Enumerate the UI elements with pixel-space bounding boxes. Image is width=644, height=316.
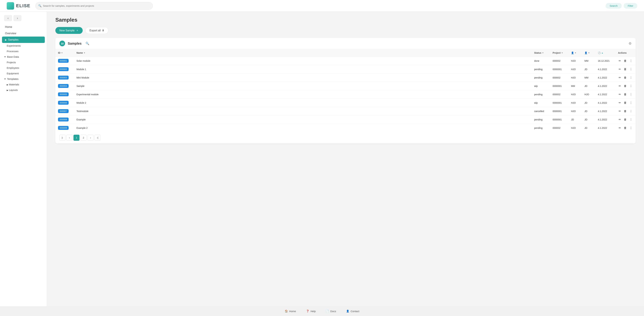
id-badge[interactable]: 000002 <box>58 67 68 71</box>
th-status[interactable]: Status ▼ <box>532 49 550 57</box>
delete-button[interactable]: 🗑 <box>623 84 627 88</box>
sidebar-item-layouts[interactable]: ▶ Layouts <box>0 87 47 93</box>
sidebar-item-samples[interactable]: ▶ Samples <box>2 36 45 43</box>
delete-button[interactable]: 🗑 <box>623 126 627 130</box>
pagination-page-2-button[interactable]: 2 <box>80 135 86 141</box>
edit-button[interactable]: ✏ <box>618 76 622 80</box>
delete-button[interactable]: 🗑 <box>623 59 627 63</box>
sidebar-item-processes[interactable]: Processes <box>0 48 47 54</box>
footer-home[interactable]: 🏠 Home <box>285 310 296 313</box>
th-project[interactable]: Project ▼ <box>550 49 568 57</box>
sidebar-item-equipment[interactable]: Equipment <box>0 70 47 76</box>
more-button[interactable]: ⋮ <box>629 101 633 105</box>
more-button[interactable]: ⋮ <box>629 109 633 113</box>
more-button[interactable]: ⋮ <box>629 118 633 122</box>
id-badge[interactable]: 000004 <box>58 84 68 88</box>
delete-button[interactable]: 🗑 <box>623 109 627 113</box>
th-id[interactable]: ID ▼ <box>55 49 74 57</box>
id-badge[interactable]: 000009 <box>58 126 68 130</box>
chevron-down-icon: ▼ <box>4 78 6 80</box>
pagination-last-button[interactable]: ›| <box>94 135 100 141</box>
delete-button[interactable]: 🗑 <box>623 76 627 80</box>
sidebar-item-label: Equipment <box>7 72 19 75</box>
edit-button[interactable]: ✏ <box>618 118 622 122</box>
footer-help[interactable]: ❓ Help <box>306 310 316 313</box>
delete-button[interactable]: 🗑 <box>623 118 627 122</box>
edit-button[interactable]: ✏ <box>618 109 622 113</box>
sidebar-item-label: Templates <box>7 78 18 80</box>
contact-icon: 👤 <box>346 310 349 313</box>
id-badge[interactable]: 000007 <box>58 109 68 113</box>
export-button[interactable]: Export all ⬇ <box>85 27 108 34</box>
sidebar-item-projects[interactable]: Projects <box>0 60 47 65</box>
footer-docs[interactable]: 📄 Docs <box>326 310 336 313</box>
main-layout: ‹ › Home Overview ▶ Samples Experiments … <box>0 12 644 306</box>
cell-status: pending <box>532 124 550 132</box>
more-button[interactable]: ⋮ <box>629 67 633 71</box>
sidebar-nav-arrows: ‹ › <box>0 15 47 24</box>
footer-docs-label: Docs <box>330 310 336 313</box>
id-badge[interactable]: 000001 <box>58 59 68 63</box>
cell-id: 000003 <box>55 74 74 82</box>
cell-id: 000005 <box>55 90 74 98</box>
cell-project: 0000001 <box>550 65 568 74</box>
chevron-right-icon: ▶ <box>7 84 8 86</box>
pagination-first-button[interactable]: |‹ <box>59 135 66 141</box>
footer-home-label: Home <box>289 310 296 313</box>
sidebar-item-label: Base-Data <box>7 55 19 58</box>
pagination-prev-button[interactable]: ‹ <box>66 135 72 141</box>
cell-person1: HJO <box>568 57 582 65</box>
sidebar-item-employees[interactable]: Employees <box>0 65 47 70</box>
sidebar-item-label: Samples <box>8 38 18 41</box>
actions-cell: ✏ 🗑 ⋮ <box>618 126 633 130</box>
delete-button[interactable]: 🗑 <box>623 68 627 71</box>
actions-cell: ✏ 🗑 ⋮ <box>618 92 633 96</box>
id-badge[interactable]: 000008 <box>58 118 68 122</box>
edit-button[interactable]: ✏ <box>618 101 622 105</box>
more-button[interactable]: ⋮ <box>629 84 633 88</box>
cell-project: 000002 <box>550 124 568 132</box>
id-badge[interactable]: 000005 <box>58 92 68 96</box>
more-button[interactable]: ⋮ <box>629 76 633 80</box>
cell-person2: HJO <box>582 90 595 98</box>
th-date[interactable]: 🕐 ▲ <box>595 49 615 57</box>
filter-button[interactable]: Filter <box>624 3 637 8</box>
more-button[interactable]: ⋮ <box>629 126 633 130</box>
sidebar-item-base-data[interactable]: ▼ Base-Data <box>0 54 47 60</box>
delete-button[interactable]: 🗑 <box>623 92 627 96</box>
new-sample-button[interactable]: New Sample ＋ <box>55 27 83 34</box>
pagination-page-1-button[interactable]: 1 <box>74 135 80 141</box>
edit-button[interactable]: ✏ <box>618 84 622 88</box>
delete-button[interactable]: 🗑 <box>623 101 627 105</box>
th-person1[interactable]: 👤 ▼ <box>568 49 582 57</box>
edit-button[interactable]: ✏ <box>618 67 622 71</box>
edit-button[interactable]: ✏ <box>618 126 622 130</box>
global-search-bar[interactable]: 🔍 <box>36 2 153 10</box>
more-button[interactable]: ⋮ <box>629 92 633 96</box>
edit-button[interactable]: ✏ <box>618 59 622 63</box>
more-button[interactable]: ⋮ <box>629 59 633 63</box>
edit-button[interactable]: ✏ <box>618 92 622 96</box>
th-name[interactable]: Name ▼ <box>74 49 532 57</box>
pagination-next-button[interactable]: › <box>88 135 94 141</box>
cell-person2: JD <box>582 107 595 116</box>
nav-forward-button[interactable]: › <box>14 15 22 21</box>
id-badge[interactable]: 000003 <box>58 76 68 80</box>
app-header: ELISE 🔍 Search Filter <box>0 0 644 12</box>
table-settings-icon[interactable]: ⚙ <box>628 42 632 46</box>
search-input[interactable] <box>43 4 150 7</box>
sidebar-item-home[interactable]: Home <box>0 24 47 30</box>
sidebar-item-experiments[interactable]: Experiments <box>0 43 47 48</box>
search-button[interactable]: Search <box>606 3 622 8</box>
th-person2[interactable]: 👤 ▼ <box>582 49 595 57</box>
footer-contact[interactable]: 👤 Contact <box>346 310 360 313</box>
cell-person2: MM <box>582 57 595 65</box>
table-row: 000007 Testmodule cancelled 0000001 HJO … <box>55 107 636 116</box>
sidebar-item-templates[interactable]: ▼ Templates <box>0 76 47 82</box>
sidebar-item-overview[interactable]: Overview <box>0 30 47 36</box>
table-search-icon[interactable]: 🔍 <box>86 42 89 45</box>
cell-date: 4.1.2022 <box>595 65 615 74</box>
sidebar-item-materials[interactable]: ▶ Materials <box>0 82 47 87</box>
nav-back-button[interactable]: ‹ <box>4 15 12 21</box>
id-badge[interactable]: 000006 <box>58 101 68 105</box>
